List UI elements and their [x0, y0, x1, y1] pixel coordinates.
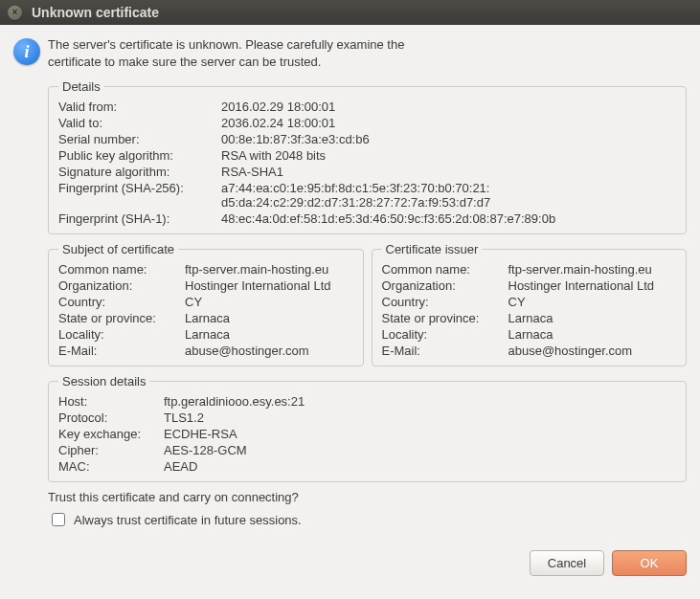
session-value-kex: ECDHE-RSA	[164, 427, 676, 441]
subject-group: Subject of certificate Common name: ftp-…	[48, 242, 364, 366]
session-label-host: Host:	[58, 394, 154, 409]
label-pubkey: Public key algorithm:	[58, 148, 212, 163]
issuer-label-locality: Locality:	[382, 327, 499, 342]
session-legend: Session details	[58, 374, 149, 388]
details-group: Details Valid from: 2016.02.29 18:00:01 …	[48, 79, 687, 234]
ok-button[interactable]: OK	[612, 550, 687, 576]
value-fp1: 48:ec:4a:0d:ef:58:1d:e5:3d:46:50:9c:f3:6…	[221, 211, 676, 226]
subject-label-cn: Common name:	[58, 262, 175, 277]
issuer-value-locality: Larnaca	[508, 327, 677, 342]
always-trust-checkbox[interactable]	[52, 513, 65, 526]
issuer-label-email: E-Mail:	[382, 344, 499, 358]
subject-value-org: Hostinger International Ltd	[185, 278, 353, 293]
value-sigalg: RSA-SHA1	[221, 165, 676, 179]
subject-value-email: abuse@hostinger.com	[185, 344, 353, 358]
issuer-value-country: CY	[508, 295, 677, 309]
cancel-button[interactable]: Cancel	[530, 550, 604, 576]
issuer-label-country: Country:	[382, 295, 499, 309]
session-value-protocol: TLS1.2	[164, 410, 676, 425]
value-valid-to: 2036.02.24 18:00:01	[221, 116, 676, 130]
value-pubkey: RSA with 2048 bits	[221, 148, 676, 163]
label-fp1: Fingerprint (SHA-1):	[58, 211, 212, 226]
subject-label-email: E-Mail:	[58, 344, 175, 358]
window-title: Unknown certificate	[32, 5, 159, 20]
subject-label-locality: Locality:	[58, 327, 175, 342]
value-fp256: a7:44:ea:c0:1e:95:bf:8d:c1:5e:3f:23:70:b…	[221, 181, 676, 210]
issuer-value-state: Larnaca	[508, 311, 677, 325]
dialog-content: i The server's certificate is unknown. P…	[0, 25, 700, 550]
issuer-value-org: Hostinger International Ltd	[508, 278, 677, 293]
label-serial: Serial number:	[58, 132, 212, 146]
subject-label-state: State or province:	[58, 311, 175, 325]
session-value-cipher: AES-128-GCM	[164, 443, 676, 457]
button-row: Cancel OK	[0, 550, 700, 588]
label-fp256: Fingerprint (SHA-256):	[58, 181, 212, 195]
subject-value-cn: ftp-server.main-hosting.eu	[185, 262, 353, 277]
session-label-cipher: Cipher:	[58, 443, 154, 457]
trust-question: Trust this certificate and carry on conn…	[48, 490, 687, 504]
session-value-mac: AEAD	[164, 459, 676, 474]
session-group: Session details Host: ftp.geraldiniooo.e…	[48, 374, 687, 482]
issuer-label-state: State or province:	[382, 311, 499, 325]
session-label-protocol: Protocol:	[58, 410, 154, 425]
label-valid-to: Valid to:	[58, 116, 212, 130]
value-valid-from: 2016.02.29 18:00:01	[221, 100, 676, 114]
always-trust-label[interactable]: Always trust certificate in future sessi…	[74, 513, 302, 527]
info-icon: i	[13, 38, 40, 65]
subject-value-state: Larnaca	[185, 311, 353, 325]
issuer-label-org: Organization:	[382, 278, 499, 293]
label-sigalg: Signature algorithm:	[58, 165, 212, 179]
issuer-group: Certificate issuer Common name: ftp-serv…	[372, 242, 688, 366]
subject-legend: Subject of certificate	[58, 242, 178, 256]
value-serial: 00:8e:1b:87:3f:3a:e3:cd:b6	[221, 132, 676, 146]
subject-label-country: Country:	[58, 295, 175, 309]
issuer-value-cn: ftp-server.main-hosting.eu	[508, 262, 677, 277]
label-valid-from: Valid from:	[58, 100, 212, 114]
subject-label-org: Organization:	[58, 278, 175, 293]
details-legend: Details	[58, 79, 104, 94]
session-value-host: ftp.geraldiniooo.esy.es:21	[164, 394, 676, 409]
issuer-label-cn: Common name:	[382, 262, 499, 277]
session-label-kex: Key exchange:	[58, 427, 154, 441]
titlebar: × Unknown certificate	[0, 0, 700, 25]
subject-value-locality: Larnaca	[185, 327, 353, 342]
subject-value-country: CY	[185, 295, 353, 309]
close-icon[interactable]: ×	[8, 6, 22, 20]
issuer-value-email: abuse@hostinger.com	[508, 344, 677, 358]
dialog-message: The server's certificate is unknown. Ple…	[48, 36, 431, 70]
issuer-legend: Certificate issuer	[382, 242, 483, 256]
session-label-mac: MAC:	[58, 459, 154, 474]
